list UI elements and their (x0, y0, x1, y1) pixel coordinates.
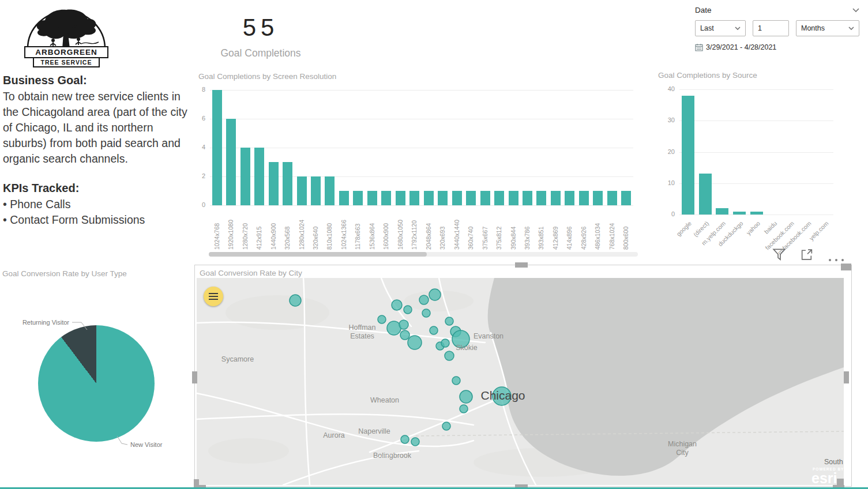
bar-1024x768[interactable] (212, 90, 222, 205)
map-city-label: Aurora (323, 431, 345, 439)
city-bubble[interactable] (445, 351, 454, 360)
city-bubble[interactable] (442, 422, 450, 430)
city-bubble[interactable] (460, 405, 468, 413)
city-bubble[interactable] (290, 295, 301, 306)
date-slicer-title: Date (695, 6, 712, 14)
bar-810x1080[interactable] (325, 176, 335, 205)
selection-handle-top-right[interactable] (841, 264, 851, 270)
city-bubble[interactable] (460, 390, 472, 403)
city-bubble[interactable] (404, 306, 412, 314)
bar-1792x1120[interactable] (409, 191, 419, 205)
map-city-label-partial: South B (824, 458, 844, 466)
goal-completions-by-screen-resolution-chart[interactable]: Goal Completions by Screen Resolution 02… (198, 69, 640, 259)
goal-conversion-rate-by-user-type-chart[interactable]: Goal Conversion Rate by User Type Return… (0, 265, 193, 487)
bar-duckduckgo[interactable] (733, 212, 746, 215)
map-city-label: Michigan (668, 440, 697, 448)
selection-handle-top-center[interactable] (515, 262, 528, 268)
x-axis-label: 800x600 (619, 208, 633, 250)
focus-mode-icon[interactable] (799, 247, 814, 262)
gridline (210, 205, 633, 206)
goal-completions-card[interactable]: 55 Goal Completions (203, 12, 318, 63)
bar-412x915[interactable] (254, 148, 264, 205)
selection-handle-left[interactable] (192, 371, 197, 383)
city-bubble[interactable] (400, 330, 409, 340)
goal-completions-by-source-chart[interactable]: Goal Completions by Source 010203040goog… (657, 68, 862, 258)
city-bubble[interactable] (429, 289, 441, 300)
selection-handle-right[interactable] (844, 371, 849, 383)
bar-1024x1366[interactable] (339, 191, 349, 205)
city-bubble[interactable] (399, 320, 408, 329)
bar-1600x900[interactable] (381, 191, 391, 205)
gridline (210, 90, 633, 91)
bar-360x740[interactable] (466, 191, 476, 205)
city-bubble[interactable] (445, 317, 453, 325)
x-axis-label: 414x896 (563, 208, 577, 250)
goal-conversion-rate-by-city-map[interactable]: Goal Conversion Rate by City HoffmanEsta… (194, 265, 852, 487)
bar-320x693[interactable] (438, 191, 448, 205)
bar-1440x900[interactable] (269, 162, 279, 205)
scrollbar-thumb[interactable] (209, 252, 427, 257)
bar-yahoo[interactable] (750, 212, 763, 215)
gridline (679, 121, 833, 121)
city-bubble[interactable] (401, 435, 409, 443)
bar-2048x864[interactable] (424, 191, 434, 205)
x-axis-label: 1280x720 (238, 208, 252, 250)
bar-768x1024[interactable] (607, 191, 617, 205)
chart-horizontal-scrollbar[interactable] (209, 252, 638, 257)
resolution-plot-area[interactable]: 024681024x7681920x10801280x720412x915144… (198, 69, 640, 249)
slicer-collapse-chevron-icon[interactable] (852, 8, 859, 12)
bar-393x786[interactable] (523, 191, 532, 205)
bar-320x640[interactable] (311, 176, 321, 205)
bar-375x667[interactable] (480, 191, 490, 205)
relative-unit-dropdown[interactable]: Months (796, 20, 859, 36)
relative-number-input[interactable]: 1 (753, 20, 789, 36)
bar-375x812[interactable] (494, 191, 504, 205)
x-axis-label: google (675, 220, 693, 238)
bar-414x896[interactable] (565, 191, 574, 205)
bar-1178x663[interactable] (353, 191, 363, 205)
bar-486x1034[interactable] (593, 191, 603, 205)
bar-412x869[interactable] (551, 191, 561, 205)
bar-393x851[interactable] (536, 191, 546, 205)
x-axis-label: 390x844 (506, 208, 520, 250)
bar-390x844[interactable] (509, 191, 518, 205)
city-bubble[interactable] (441, 339, 449, 347)
filter-icon[interactable] (772, 247, 787, 262)
bar-428x926[interactable] (579, 191, 589, 205)
map-city-label: Evanston (474, 332, 503, 340)
map-layers-button[interactable] (204, 287, 223, 306)
map-city-label: Estates (350, 332, 374, 340)
city-bubble[interactable] (422, 309, 430, 317)
x-axis-label: 393x786 (520, 208, 534, 250)
city-bubble[interactable] (408, 336, 422, 349)
city-bubble[interactable] (452, 377, 460, 385)
bar-1280x1024[interactable] (297, 176, 307, 205)
esri-logo: esri (811, 470, 837, 485)
bar-google[interactable] (682, 96, 694, 215)
city-bubble[interactable] (378, 315, 386, 324)
x-axis-label: 360x740 (464, 208, 478, 250)
bar-(direct)[interactable] (699, 174, 712, 215)
relative-mode-dropdown[interactable]: Last (695, 20, 746, 36)
bar-800x600[interactable] (621, 191, 631, 205)
pie-label-returning-visitor: Returning Visitor (5, 319, 69, 326)
city-bubble[interactable] (392, 300, 402, 310)
city-bubble[interactable] (419, 295, 429, 304)
bar-1680x1050[interactable] (396, 191, 405, 205)
x-axis-label: 2048x864 (422, 208, 435, 250)
source-plot-area[interactable]: 010203040google(direct)m.yelp.comduckduc… (657, 68, 862, 258)
city-bubble[interactable] (411, 438, 419, 446)
bar-320x568[interactable] (283, 162, 292, 205)
city-bubble[interactable] (387, 321, 401, 335)
bar-1280x720[interactable] (241, 148, 250, 205)
bar-1536x864[interactable] (367, 191, 377, 205)
hamburger-icon (209, 293, 218, 294)
x-axis-label: yahoo (745, 220, 761, 236)
city-bubble[interactable] (430, 326, 438, 334)
more-options-icon[interactable] (825, 253, 844, 264)
bar-3440x1440[interactable] (452, 191, 462, 205)
map-canvas[interactable]: HoffmanEstatesSycamoreWheatonAuroraNaper… (197, 278, 844, 485)
x-axis-label: 3440x1440 (450, 208, 464, 250)
bar-m.yelp.com[interactable] (716, 208, 728, 215)
bar-1920x1080[interactable] (226, 119, 236, 205)
